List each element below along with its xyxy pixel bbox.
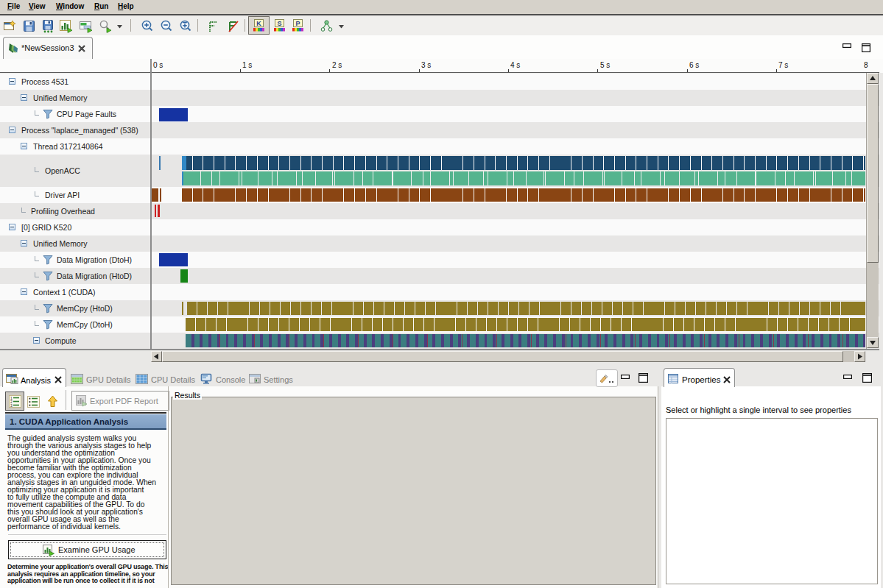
svg-text:K: K	[256, 20, 261, 27]
svg-text:S: S	[277, 20, 281, 27]
svg-text:3: 3	[10, 403, 13, 408]
svg-text:P: P	[295, 20, 300, 27]
